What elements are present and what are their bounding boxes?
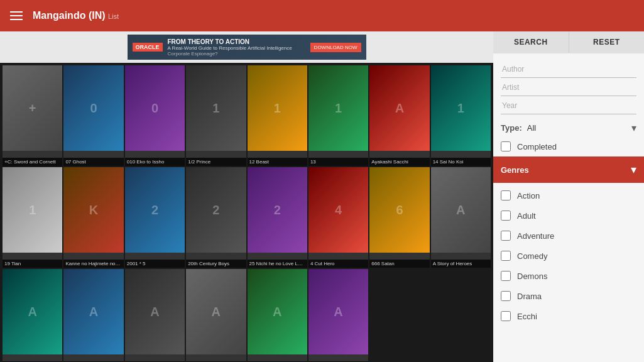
- search-button[interactable]: SEARCH: [493, 31, 569, 53]
- manga-cover: 0: [63, 65, 123, 151]
- app-title: Mangaindo (IN) List: [33, 10, 119, 21]
- manga-title: 19 Tian: [3, 260, 62, 268]
- artist-input[interactable]: [501, 79, 636, 96]
- right-panel: SEARCH RESET Type: All Manga Manhwa Manh…: [493, 31, 644, 362]
- type-select[interactable]: All Manga Manhwa Manhua: [527, 123, 571, 133]
- manga-card[interactable]: 225 Nichi he no Love Letter: [248, 167, 307, 268]
- manga-title: 2001 * 5: [125, 260, 185, 268]
- ad-content: ORACLE FROM THEORY TO ACTION A Real-Worl…: [128, 35, 366, 60]
- genre-checkbox-action[interactable]: [501, 190, 511, 200]
- manga-cover: 6: [369, 167, 429, 253]
- manga-card[interactable]: 113: [308, 65, 368, 166]
- completed-row: Completed: [493, 136, 644, 156]
- genre-item[interactable]: Drama: [493, 286, 644, 306]
- genre-list: ActionAdultAdventureComedyDemonsDramaEcc…: [493, 183, 644, 329]
- genre-item[interactable]: Demons: [493, 266, 644, 286]
- manga-title: 13: [308, 158, 368, 166]
- manga-card[interactable]: 22001 * 5: [125, 167, 185, 268]
- manga-title: 4 Cut Hero: [308, 260, 368, 268]
- manga-title: 1/2 Prince: [186, 158, 246, 166]
- type-label: Type:: [501, 123, 522, 133]
- genre-checkbox-demons[interactable]: [501, 271, 511, 281]
- manga-card[interactable]: 112 Beast: [248, 65, 307, 166]
- genre-item[interactable]: Comedy: [493, 246, 644, 266]
- manga-card[interactable]: AAKB48 Satsujin Jiken: [3, 269, 62, 362]
- manga-card[interactable]: AAyakashi Sacchi: [369, 65, 429, 166]
- manga-card[interactable]: AAbility: [186, 269, 246, 362]
- manga-card[interactable]: 0010 Eko to Issho: [125, 65, 185, 166]
- manga-card[interactable]: 007 Ghost: [63, 65, 123, 166]
- app-header: Mangaindo (IN) List: [0, 0, 644, 31]
- genre-name: Adventure: [517, 231, 554, 241]
- manga-cover: 1: [186, 65, 246, 151]
- genre-item[interactable]: Ecchi: [493, 306, 644, 326]
- author-input[interactable]: [501, 61, 636, 78]
- manga-cover: 1: [248, 65, 307, 151]
- manga-title: Ayakashi Sacchi: [369, 158, 429, 166]
- manga-card[interactable]: AAbide in the Wind: [125, 269, 185, 362]
- manga-card[interactable]: KKanne no Hajimete no Koi: [63, 167, 123, 268]
- manga-card[interactable]: ++C: Sword and Cornett: [3, 65, 62, 166]
- ad-download-button[interactable]: DOWNLOAD NOW: [310, 43, 361, 52]
- manga-card[interactable]: 114 Sai No Koi: [431, 65, 491, 166]
- ad-logo: ORACLE: [133, 43, 163, 52]
- genre-name: Drama: [517, 292, 542, 301]
- year-input[interactable]: [501, 97, 636, 114]
- genre-item[interactable]: Action: [493, 185, 644, 206]
- manga-title: 25 Nichi he no Love Letter: [248, 260, 307, 268]
- genre-checkbox-comedy[interactable]: [501, 251, 511, 261]
- manga-card[interactable]: AAKB49: [63, 269, 123, 362]
- manga-title: Kanne no Hajimete no Koi: [63, 260, 123, 268]
- type-select-wrapper: All Manga Manhwa Manhua ▾: [527, 123, 636, 133]
- completed-label: Completed: [517, 142, 557, 151]
- manga-card[interactable]: AAbnormal Kei Joshi: [248, 269, 307, 362]
- genre-checkbox-adventure[interactable]: [501, 231, 511, 241]
- manga-title: 12 Beast: [248, 158, 307, 166]
- reset-button[interactable]: RESET: [569, 31, 645, 53]
- genre-checkbox-drama[interactable]: [501, 291, 511, 301]
- genre-item[interactable]: Adventure: [493, 226, 644, 246]
- genre-name: Ecchi: [517, 312, 537, 321]
- manga-cover: 2: [125, 167, 185, 253]
- manga-cover: 2: [248, 167, 307, 253]
- manga-title: 14 Sai No Koi: [431, 158, 491, 166]
- manga-card[interactable]: 6666 Satan: [369, 167, 429, 268]
- manga-cover: 0: [125, 65, 185, 151]
- manga-cover: A: [63, 269, 123, 354]
- content-area: ORACLE FROM THEORY TO ACTION A Real-Worl…: [0, 31, 493, 362]
- manga-card[interactable]: AAbove the Cloud S...: [308, 269, 368, 362]
- filter-inputs: [493, 53, 644, 119]
- genre-item[interactable]: Adult: [493, 206, 644, 226]
- manga-cover: A: [186, 269, 246, 354]
- type-row: Type: All Manga Manhwa Manhua ▾: [493, 119, 644, 136]
- manga-card[interactable]: 11/2 Prince: [186, 65, 246, 166]
- manga-cover: 4: [308, 167, 368, 253]
- manga-title: 20th Century Boys: [186, 260, 246, 268]
- manga-card[interactable]: 220th Century Boys: [186, 167, 246, 268]
- type-chevron-icon: ▾: [631, 122, 636, 134]
- manga-card[interactable]: 44 Cut Hero: [308, 167, 368, 268]
- manga-card[interactable]: AA Story of Heroes: [431, 167, 491, 268]
- menu-button[interactable]: [10, 11, 23, 20]
- genre-checkbox-ecchi[interactable]: [501, 311, 511, 321]
- manga-card[interactable]: 119 Tian: [3, 167, 62, 268]
- manga-title: 666 Satan: [369, 260, 429, 268]
- genre-name: Demons: [517, 272, 547, 281]
- main-layout: ORACLE FROM THEORY TO ACTION A Real-Worl…: [0, 31, 644, 362]
- manga-cover: 1: [431, 65, 491, 151]
- manga-cover: A: [308, 269, 368, 354]
- panel-toolbar: SEARCH RESET: [493, 31, 644, 53]
- manga-cover: 1: [3, 167, 62, 253]
- genres-label: Genres: [501, 165, 529, 175]
- genres-header[interactable]: Genres ▾: [493, 156, 644, 183]
- genres-chevron-icon: ▾: [631, 163, 636, 177]
- completed-checkbox[interactable]: [501, 141, 511, 151]
- manga-title: 010 Eko to Issho: [125, 158, 185, 166]
- manga-cover: +: [3, 65, 62, 151]
- genre-name: Comedy: [517, 251, 547, 261]
- ad-text: FROM THEORY TO ACTION A Real-World Guide…: [168, 38, 305, 57]
- genre-name: Action: [517, 191, 540, 200]
- manga-cover: A: [369, 65, 429, 151]
- manga-cover: 1: [308, 65, 368, 151]
- genre-checkbox-adult[interactable]: [501, 211, 511, 221]
